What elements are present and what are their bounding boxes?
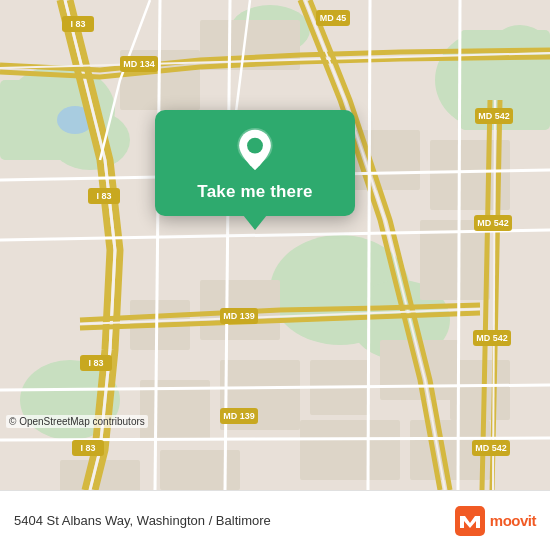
svg-text:MD 542: MD 542 <box>478 111 510 121</box>
svg-rect-24 <box>160 450 240 490</box>
osm-credit: © OpenStreetMap contributors <box>6 415 148 428</box>
popup-card[interactable]: Take me there <box>155 110 355 216</box>
svg-text:I 83: I 83 <box>88 358 103 368</box>
svg-rect-21 <box>300 420 400 480</box>
moovit-icon <box>455 506 485 536</box>
svg-text:I 83: I 83 <box>70 19 85 29</box>
location-pin-icon <box>233 128 277 172</box>
address-label: 5404 St Albans Way, Washington / Baltimo… <box>14 513 271 528</box>
svg-text:MD 139: MD 139 <box>223 311 255 321</box>
svg-text:MD 542: MD 542 <box>475 443 507 453</box>
take-me-there-label: Take me there <box>197 182 312 202</box>
moovit-text-label: moovit <box>490 512 536 529</box>
svg-text:MD 542: MD 542 <box>477 218 509 228</box>
map-container: I 83 I 83 I 83 I 83 MD 134 MD 45 MD 542 … <box>0 0 550 490</box>
svg-text:MD 45: MD 45 <box>320 13 347 23</box>
svg-text:MD 542: MD 542 <box>476 333 508 343</box>
svg-text:MD 139: MD 139 <box>223 411 255 421</box>
svg-text:MD 134: MD 134 <box>123 59 155 69</box>
footer-bar: 5404 St Albans Way, Washington / Baltimo… <box>0 490 550 550</box>
svg-point-54 <box>247 138 263 154</box>
svg-rect-55 <box>455 506 485 536</box>
svg-text:I 83: I 83 <box>96 191 111 201</box>
moovit-logo: moovit <box>455 506 536 536</box>
svg-text:I 83: I 83 <box>80 443 95 453</box>
